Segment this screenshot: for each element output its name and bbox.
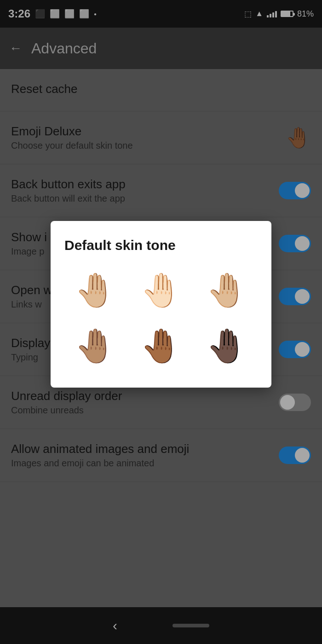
skin-tone-option-dark[interactable]: 🤚🏿 [202,323,251,369]
dialog-title: Default skin tone [64,238,258,253]
skin-tone-option-medium-dark[interactable]: 🤚🏾 [137,323,185,369]
skin-tone-grid: 🤚🏼 🤚🏻 🤚🏼 🤚🏽 🤚🏾 🤚🏿 [64,267,258,369]
skin-tone-option-yellow[interactable]: 🤚🏼 [71,267,120,313]
skin-tone-option-medium[interactable]: 🤚🏽 [71,323,120,369]
skin-tone-option-medium-light[interactable]: 🤚🏼 [202,267,251,313]
skin-tone-option-light[interactable]: 🤚🏻 [137,267,185,313]
skin-tone-dialog: Default skin tone 🤚🏼 🤚🏻 🤚🏼 🤚🏽 🤚🏾 🤚🏿 [51,221,271,388]
